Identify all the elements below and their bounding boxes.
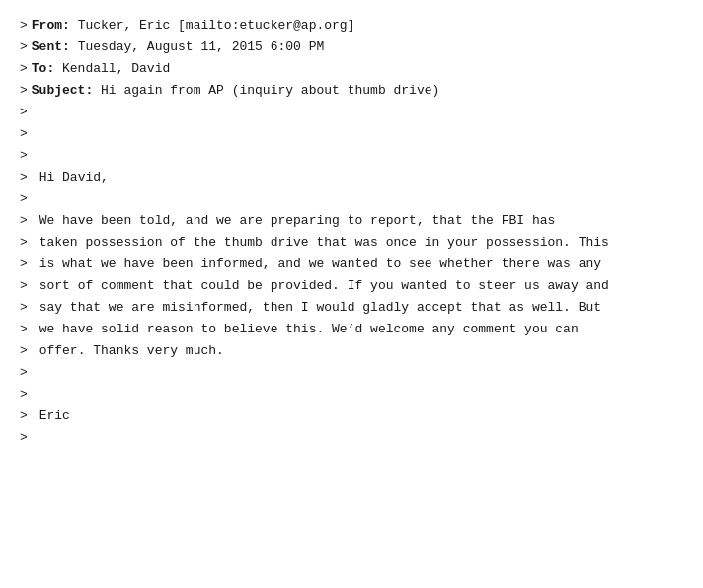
line-content: To: Kendall, David xyxy=(32,59,170,80)
email-body: >From: Tucker, Eric [mailto:etucker@ap.o… xyxy=(20,16,683,450)
quote-marker: > xyxy=(20,189,28,210)
quote-marker: > xyxy=(20,146,28,167)
quote-marker: > xyxy=(20,428,28,449)
quote-marker: > xyxy=(20,37,28,58)
email-line: > xyxy=(20,385,683,406)
email-line: > is what we have been informed, and we … xyxy=(20,255,683,276)
quote-marker: > xyxy=(20,59,28,80)
quote-marker: > xyxy=(20,16,28,37)
quote-marker: > xyxy=(20,168,28,188)
line-content: We have been told, and we are preparing … xyxy=(32,211,556,232)
email-line: >From: Tucker, Eric [mailto:etucker@ap.o… xyxy=(20,16,683,37)
quote-marker: > xyxy=(20,320,28,340)
email-line: > taken possession of the thumb drive th… xyxy=(20,233,683,255)
quote-marker: > xyxy=(20,406,28,427)
email-line: > Hi David, xyxy=(20,168,683,189)
quote-marker: > xyxy=(20,124,28,145)
email-line: > offer. Thanks very much. xyxy=(20,341,683,363)
quote-marker: > xyxy=(20,341,28,362)
line-content: say that we are misinformed, then I woul… xyxy=(32,298,601,319)
email-line: > say that we are misinformed, then I wo… xyxy=(20,298,683,320)
email-line: > xyxy=(20,189,683,211)
line-content: taken possession of the thumb drive that… xyxy=(32,233,609,254)
line-content: offer. Thanks very much. xyxy=(32,341,224,362)
email-line: > xyxy=(20,124,683,146)
line-content: sort of comment that could be provided. … xyxy=(32,276,609,297)
email-line: > sort of comment that could be provided… xyxy=(20,276,683,298)
email-line: > xyxy=(20,103,683,124)
line-content: is what we have been informed, and we wa… xyxy=(32,255,601,275)
line-content: Subject: Hi again from AP (inquiry about… xyxy=(32,81,439,102)
quote-marker: > xyxy=(20,298,28,319)
line-content: Eric xyxy=(32,406,70,427)
quote-marker: > xyxy=(20,276,28,297)
line-content: Sent: Tuesday, August 11, 2015 6:00 PM xyxy=(32,37,324,58)
quote-marker: > xyxy=(20,233,28,254)
line-content: From: Tucker, Eric [mailto:etucker@ap.or… xyxy=(32,16,355,37)
quote-marker: > xyxy=(20,103,28,123)
email-line: > Eric xyxy=(20,406,683,428)
email-line: > xyxy=(20,428,683,450)
email-line: > we have solid reason to believe this. … xyxy=(20,320,683,341)
line-content: we have solid reason to believe this. We… xyxy=(32,320,579,340)
quote-marker: > xyxy=(20,255,28,275)
quote-marker: > xyxy=(20,211,28,232)
email-line: > We have been told, and we are preparin… xyxy=(20,211,683,233)
quote-marker: > xyxy=(20,385,28,405)
email-line: >To: Kendall, David xyxy=(20,59,683,81)
quote-marker: > xyxy=(20,363,28,384)
email-line: > xyxy=(20,363,683,385)
quote-marker: > xyxy=(20,81,28,102)
email-line: >Subject: Hi again from AP (inquiry abou… xyxy=(20,81,683,103)
line-content: Hi David, xyxy=(32,168,109,188)
email-line: >Sent: Tuesday, August 11, 2015 6:00 PM xyxy=(20,37,683,59)
email-line: > xyxy=(20,146,683,168)
